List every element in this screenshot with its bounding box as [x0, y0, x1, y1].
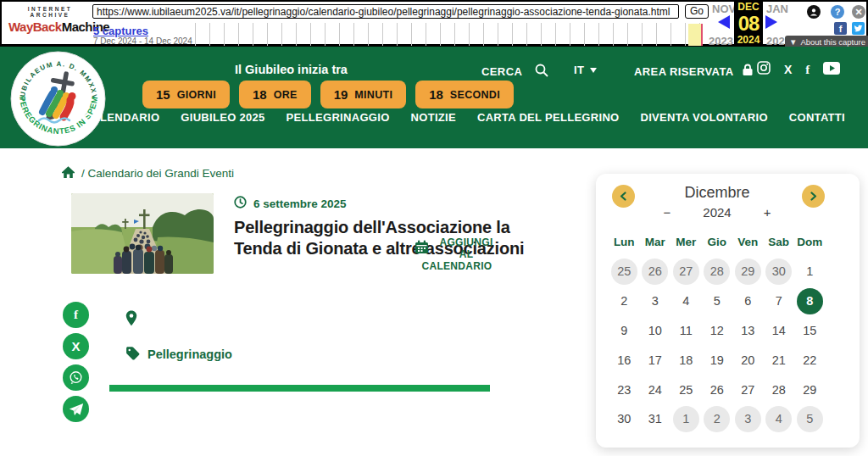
- add-to-calendar-button[interactable]: AGGIUNGI AL CALENDARIO: [415, 236, 499, 272]
- countdown: 15 GIORNI 18 ORE 19 MINUTI 18 SECONDI: [142, 81, 514, 108]
- article-title: Pellegrinaggio dell'Associazione la Tend…: [234, 217, 556, 259]
- wayback-url-input[interactable]: [92, 4, 679, 19]
- help-icon[interactable]: ?: [831, 5, 844, 19]
- calendar-day[interactable]: 26: [704, 376, 730, 403]
- calendar-day[interactable]: 29: [797, 376, 823, 403]
- chevron-down-icon: [590, 68, 597, 73]
- instagram-icon[interactable]: [757, 61, 771, 78]
- countdown-title: Il Giubileo inizia tra: [235, 63, 348, 76]
- jubilee-logo[interactable]: IUBILAEUM A. D. MMXXV PEREGRINANTES IN S…: [10, 51, 106, 147]
- youtube-icon[interactable]: [823, 62, 840, 78]
- calendar-day[interactable]: 17: [642, 347, 668, 373]
- calendar-day[interactable]: 15: [797, 317, 823, 343]
- calendar-day[interactable]: 27: [673, 259, 699, 285]
- facebook-icon[interactable]: f: [805, 63, 810, 77]
- calendar-day[interactable]: 4: [765, 406, 792, 432]
- nav-contatti[interactable]: CONTATTI: [789, 111, 845, 124]
- share-whatsapp-button[interactable]: [63, 364, 89, 391]
- calendar-day[interactable]: 19: [704, 347, 730, 373]
- calendar-day[interactable]: 25: [673, 376, 699, 403]
- calendar-day[interactable]: 28: [704, 259, 730, 285]
- social-links: X f: [757, 61, 840, 78]
- prev-year-label[interactable]: 2023: [709, 35, 733, 47]
- year-plus-button[interactable]: +: [764, 205, 771, 220]
- next-month-label[interactable]: JAN: [766, 3, 788, 15]
- breadcrumb: / Calendario dei Grandi Eventi: [61, 165, 234, 181]
- calendar-day[interactable]: 3: [735, 406, 761, 432]
- search-button[interactable]: CERCA: [481, 64, 548, 80]
- calendar-day[interactable]: 9: [611, 317, 637, 343]
- share-facebook-button[interactable]: f: [63, 302, 89, 328]
- calendar-day[interactable]: 6: [735, 288, 761, 314]
- calendar-month-label: Dicembre: [609, 184, 826, 202]
- calendar-day[interactable]: 1: [797, 259, 823, 285]
- calendar-day[interactable]: 29: [735, 259, 761, 285]
- year-minus-button[interactable]: −: [664, 205, 671, 220]
- x-icon[interactable]: X: [784, 63, 792, 76]
- article-image: [71, 193, 214, 274]
- wayback-brand-red: WayBack: [8, 19, 62, 34]
- nav-carta-del-pellegrino[interactable]: CARTA DEL PELLEGRINO: [477, 111, 620, 124]
- calendar-day[interactable]: 14: [765, 317, 792, 343]
- twitter-share-icon[interactable]: [852, 22, 865, 35]
- calendar-day[interactable]: 12: [704, 317, 730, 343]
- calendar-day[interactable]: 21: [765, 347, 792, 373]
- calendar-day[interactable]: 30: [765, 259, 792, 285]
- calendar-day[interactable]: 20: [735, 347, 761, 373]
- calendar-day[interactable]: 10: [642, 317, 668, 343]
- calendar-day[interactable]: 3: [642, 288, 668, 314]
- calendar-day[interactable]: 5: [704, 288, 730, 314]
- calendar-day[interactable]: 28: [765, 376, 792, 403]
- page: INTERNET ARCHIVE WayBackMachine Go 5 cap…: [0, 0, 868, 456]
- calendar-year-label: 2024: [703, 205, 731, 220]
- share-x-button[interactable]: X: [63, 333, 89, 359]
- go-button[interactable]: Go: [685, 4, 709, 19]
- calendar-day[interactable]: 18: [673, 347, 699, 373]
- calendar-day[interactable]: 24: [642, 376, 668, 403]
- calendar-day[interactable]: 4: [673, 288, 699, 314]
- calendar-day[interactable]: 25: [611, 259, 637, 285]
- calendar-day[interactable]: 2: [704, 406, 730, 432]
- capture-timeline[interactable]: [195, 23, 704, 46]
- calendar-day[interactable]: 11: [673, 317, 699, 343]
- prev-month-label[interactable]: NOV: [712, 3, 736, 15]
- language-selector[interactable]: IT: [574, 64, 597, 76]
- nav-calendario[interactable]: CALENDARIO: [84, 111, 160, 124]
- nav-notizie[interactable]: NOTIZIE: [411, 111, 456, 124]
- calendar-day[interactable]: 1: [673, 406, 699, 432]
- breadcrumb-text[interactable]: / Calendario dei Grandi Eventi: [81, 167, 234, 180]
- calendar-day[interactable]: 7: [765, 288, 792, 314]
- search-icon: [535, 64, 548, 80]
- caret-down-icon: ▼: [789, 37, 797, 47]
- nav-giubileo-2025[interactable]: GIUBILEO 2025: [181, 111, 264, 124]
- facebook-share-icon[interactable]: f: [834, 22, 847, 35]
- calendar-day[interactable]: 16: [611, 347, 637, 373]
- calendar-day[interactable]: 22: [797, 347, 823, 373]
- calendar-day[interactable]: 30: [611, 406, 637, 432]
- calendar-day[interactable]: 31: [642, 406, 668, 432]
- reserved-area-button[interactable]: AREA RISERVATA: [634, 64, 754, 79]
- calendar-day[interactable]: 2: [611, 288, 637, 314]
- calendar-day[interactable]: 26: [642, 259, 668, 285]
- prev-capture-arrow[interactable]: [718, 15, 730, 29]
- calendar-day[interactable]: 23: [611, 376, 637, 403]
- countdown-hours: 18 ORE: [239, 81, 311, 108]
- account-icon[interactable]: [807, 5, 821, 19]
- calendar-day[interactable]: 5: [797, 406, 823, 432]
- calendar-day[interactable]: 27: [735, 376, 761, 403]
- home-icon[interactable]: [61, 165, 75, 181]
- countdown-seconds: 18 SECONDI: [415, 81, 514, 108]
- about-this-capture[interactable]: ▼ About this capture: [785, 36, 868, 47]
- share-telegram-button[interactable]: [63, 396, 89, 422]
- nav-pellegrinaggio[interactable]: PELLEGRINAGGIO: [287, 111, 390, 124]
- calendar-day[interactable]: 8: [797, 288, 823, 314]
- lock-icon: [742, 64, 754, 79]
- next-capture-arrow[interactable]: [765, 15, 777, 29]
- category-tag[interactable]: Pellegrinaggio: [125, 346, 232, 363]
- wayback-logo[interactable]: INTERNET ARCHIVE WayBackMachine: [8, 6, 92, 34]
- captures-link[interactable]: 5 captures: [93, 25, 148, 37]
- nav-diventa-volontario[interactable]: DIVENTA VOLONTARIO: [640, 111, 767, 124]
- close-toolbar-icon[interactable]: ✕: [852, 5, 865, 19]
- site-header: IUBILAEUM A. D. MMXXV PEREGRINANTES IN S…: [0, 47, 868, 148]
- calendar-day[interactable]: 13: [735, 317, 761, 343]
